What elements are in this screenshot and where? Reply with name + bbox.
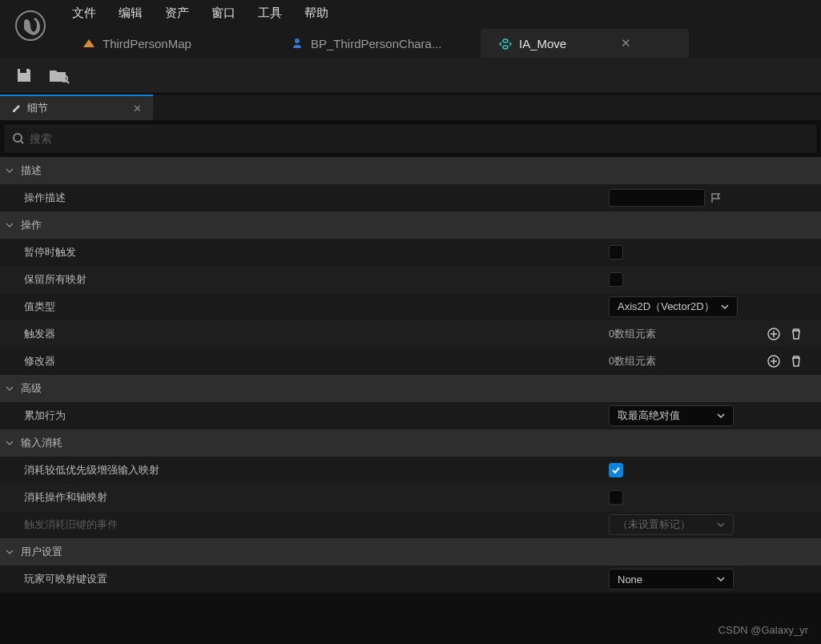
row-consume-lower: 消耗较低优先级增强输入映射 [0, 457, 821, 484]
action-description-input[interactable] [609, 189, 705, 207]
chevron-down-icon [717, 521, 725, 529]
prop-label: 消耗操作和轴映射 [24, 490, 609, 505]
watermark: CSDN @Galaxy_yr [718, 624, 808, 636]
row-accumulation-behavior: 累加行为 取最高绝对值 [0, 402, 821, 429]
row-player-mappable: 玩家可映射键设置 None [0, 566, 821, 593]
row-triggers: 触发器 0数组元素 [0, 320, 821, 348]
prop-label: 消耗较低优先级增强输入映射 [24, 463, 609, 477]
row-value-type: 值类型 Axis2D（Vector2D） [0, 293, 821, 320]
menu-tool[interactable]: 工具 [247, 1, 293, 26]
prop-label: 操作描述 [24, 191, 609, 205]
unreal-logo [6, 2, 54, 50]
chevron-down-icon [5, 166, 14, 175]
tab-label: ThirdPersonMap [103, 37, 191, 50]
prop-label: 玩家可映射键设置 [24, 572, 609, 586]
asset-tabs: ThirdPersonMap BP_ThirdPersonChara... IA… [0, 26, 821, 58]
tab-ia-move[interactable]: IA_Move ✕ [481, 29, 689, 58]
input-action-icon [498, 36, 513, 50]
chevron-down-icon [717, 575, 725, 583]
chevron-down-icon [5, 438, 14, 448]
svg-line-5 [21, 141, 23, 143]
prop-label: 暂停时触发 [24, 245, 609, 260]
toolbar [0, 58, 821, 95]
tab-thirdpersonmap[interactable]: ThirdPersonMap [64, 29, 272, 58]
save-button[interactable] [11, 62, 37, 88]
svg-point-4 [14, 134, 22, 142]
prop-label: 值类型 [24, 300, 609, 314]
menubar: 文件 编辑 资产 窗口 工具 帮助 [0, 0, 821, 26]
category-title: 输入消耗 [21, 436, 62, 450]
panel-tabs: 细节 ✕ [0, 95, 821, 120]
blueprint-icon [290, 36, 304, 50]
category-title: 高级 [21, 381, 42, 396]
svg-point-1 [295, 38, 300, 43]
category-title: 操作 [21, 218, 42, 232]
tab-label: BP_ThirdPersonChara... [311, 37, 441, 50]
category-action[interactable]: 操作 [0, 211, 821, 239]
checkbox-trigger-when-paused[interactable] [609, 245, 623, 260]
panel-title: 细节 [27, 101, 48, 115]
chevron-down-icon [5, 547, 14, 557]
svg-line-3 [66, 81, 69, 83]
edit-icon [11, 103, 22, 114]
add-icon[interactable] [765, 325, 783, 343]
tab-bp-thirdpersoncharacter[interactable]: BP_ThirdPersonChara... [272, 29, 481, 58]
checkbox-consume-axis[interactable] [609, 490, 623, 505]
category-input-consumption[interactable]: 输入消耗 [0, 429, 821, 457]
dropdown-player-mappable[interactable]: None [609, 569, 734, 590]
trash-icon[interactable] [787, 325, 805, 343]
add-icon[interactable] [765, 352, 783, 370]
menu-window[interactable]: 窗口 [200, 1, 247, 26]
tab-label: IA_Move [519, 37, 566, 50]
category-advanced[interactable]: 高级 [0, 375, 821, 402]
category-user-settings[interactable]: 用户设置 [0, 538, 821, 566]
close-icon[interactable]: ✕ [133, 103, 142, 115]
dropdown-value: Axis2D（Vector2D） [618, 300, 714, 314]
category-description[interactable]: 描述 [0, 157, 821, 184]
checkbox-consume-lower[interactable] [609, 463, 623, 477]
prop-label: 触发器 [24, 327, 609, 341]
row-modifiers: 修改器 0数组元素 [0, 348, 821, 375]
menu-help[interactable]: 帮助 [293, 1, 340, 26]
dropdown-trigger-consumed-events: （未设置标记） [609, 514, 734, 535]
chevron-down-icon [5, 220, 14, 230]
prop-label: 触发消耗旧键的事件 [24, 517, 609, 532]
close-icon[interactable]: ✕ [621, 36, 631, 50]
menu-file[interactable]: 文件 [61, 1, 107, 26]
properties-panel: 描述 操作描述 操作 暂停时触发 保留所有映射 值类型 Axis2D（Vecto… [0, 157, 821, 593]
search-input[interactable] [30, 132, 809, 145]
browse-button[interactable] [46, 62, 72, 88]
category-title: 描述 [21, 163, 42, 178]
dropdown-value: None [618, 574, 642, 586]
dropdown-value: 取最高绝对值 [618, 409, 680, 423]
menu-asset[interactable]: 资产 [154, 1, 200, 26]
chevron-down-icon [721, 303, 729, 311]
dropdown-value: （未设置标记） [618, 517, 690, 532]
row-trigger-consumed-events: 触发消耗旧键的事件 （未设置标记） [0, 511, 821, 538]
trash-icon[interactable] [787, 352, 805, 370]
row-action-description: 操作描述 [0, 184, 821, 211]
category-title: 用户设置 [21, 545, 62, 559]
prop-label: 保留所有映射 [24, 272, 609, 287]
row-trigger-when-paused: 暂停时触发 [0, 239, 821, 266]
level-icon [82, 36, 96, 50]
dropdown-value-type[interactable]: Axis2D（Vector2D） [609, 296, 738, 317]
details-panel-tab[interactable]: 细节 ✕ [0, 95, 153, 120]
array-count: 0数组元素 [609, 327, 656, 341]
prop-label: 修改器 [24, 354, 609, 368]
search-icon [12, 132, 25, 145]
prop-label: 累加行为 [24, 409, 609, 423]
chevron-down-icon [717, 412, 725, 420]
search-row [3, 123, 818, 154]
dropdown-accumulation-behavior[interactable]: 取最高绝对值 [609, 405, 734, 426]
row-consume-axis: 消耗操作和轴映射 [0, 484, 821, 511]
row-reserve-all-mappings: 保留所有映射 [0, 266, 821, 293]
chevron-down-icon [5, 384, 14, 393]
flag-icon[interactable] [710, 191, 722, 204]
menu-edit[interactable]: 编辑 [107, 1, 154, 26]
array-count: 0数组元素 [609, 354, 656, 368]
checkbox-reserve-all-mappings[interactable] [609, 272, 623, 287]
